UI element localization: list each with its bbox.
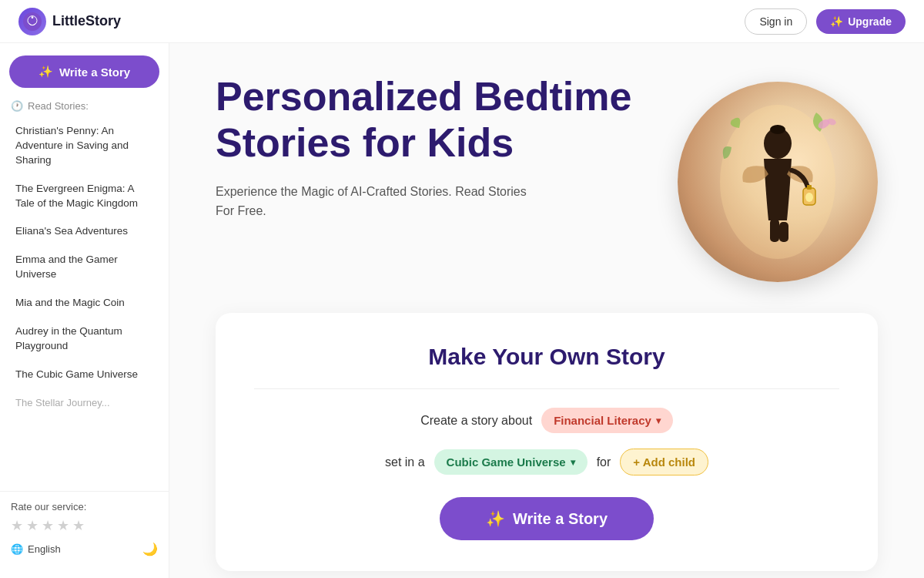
hero-image (678, 82, 878, 282)
hero-section: Personalized Bedtime Stories for Kids Ex… (216, 74, 878, 282)
logo[interactable]: LittleStory (18, 8, 121, 35)
chevron-down-icon: ▾ (656, 415, 661, 426)
hero-subtitle: Experience the Magic of AI-Crafted Stori… (216, 182, 539, 221)
svg-point-0 (23, 12, 42, 31)
for-label: for (597, 455, 611, 469)
hero-illustration (716, 97, 839, 267)
sparkle-icon: ✨ (830, 15, 843, 28)
svg-point-10 (805, 193, 813, 202)
language-button[interactable]: 🌐 English (11, 543, 61, 555)
svg-point-5 (770, 125, 785, 134)
theme-toggle-icon[interactable]: 🌙 (142, 542, 158, 556)
sidebar-footer: Rate our service: ★ ★ ★ ★ ★ 🌐 English 🌙 (0, 491, 169, 566)
star-2[interactable]: ★ (26, 517, 38, 534)
svg-rect-7 (779, 222, 788, 242)
list-item[interactable]: Eliana's Sea Adventures (5, 218, 164, 245)
sidebar-write-story-button[interactable]: ✨ Write a Story (9, 55, 159, 88)
header: LittleStory Sign in ✨ Upgrade (0, 0, 924, 43)
story-list: Christian's Penny: An Adventure in Savin… (0, 118, 169, 491)
svg-point-2 (32, 16, 34, 18)
logo-text: LittleStory (52, 13, 121, 29)
set-prefix: set in a (385, 455, 425, 469)
story-creation-card: Make Your Own Story Create a story about… (216, 313, 878, 571)
svg-rect-9 (807, 185, 812, 190)
list-item[interactable]: Mia and the Magic Coin (5, 290, 164, 317)
list-item[interactable]: The Evergreen Enigma: A Tale of the Magi… (5, 176, 164, 217)
hero-text: Personalized Bedtime Stories for Kids Ex… (216, 74, 647, 221)
create-row: Create a story about Financial Literacy … (254, 408, 839, 433)
hero-title: Personalized Bedtime Stories for Kids (216, 74, 647, 166)
list-item[interactable]: Emma and the Gamer Universe (5, 247, 164, 288)
set-row: set in a Cubic Game Universe ▾ for + Add… (254, 449, 839, 476)
read-stories-label: 🕐 Read Stories: (0, 100, 169, 118)
add-child-pill[interactable]: + Add child (620, 449, 708, 476)
list-item[interactable]: Audrey in the Quantum Playground (5, 318, 164, 360)
svg-rect-6 (770, 219, 779, 242)
globe-icon: 🌐 (11, 543, 23, 555)
sparkle-icon: ✨ (486, 509, 505, 528)
layout: ✨ Write a Story 🕐 Read Stories: Christia… (0, 43, 924, 578)
list-item[interactable]: The Cubic Game Universe (5, 361, 164, 388)
star-4[interactable]: ★ (57, 517, 69, 534)
write-story-button[interactable]: ✨ Write a Story (440, 497, 654, 540)
main-content: Personalized Bedtime Stories for Kids Ex… (169, 43, 924, 578)
star-1[interactable]: ★ (11, 517, 23, 534)
universe-pill[interactable]: Cubic Game Universe ▾ (434, 449, 588, 475)
header-actions: Sign in ✨ Upgrade (745, 8, 906, 35)
star-rating[interactable]: ★ ★ ★ ★ ★ (11, 517, 158, 534)
rate-label: Rate our service: (11, 501, 158, 512)
chevron-down-icon: ▾ (571, 457, 575, 468)
card-title: Make Your Own Story (254, 344, 839, 370)
list-item[interactable]: The Stellar Journey... (5, 390, 164, 416)
topic-pill[interactable]: Financial Literacy ▾ (541, 408, 673, 433)
sidebar: ✨ Write a Story 🕐 Read Stories: Christia… (0, 43, 169, 578)
sign-in-button[interactable]: Sign in (745, 8, 807, 35)
sparkle-icon: ✨ (38, 65, 53, 79)
star-3[interactable]: ★ (42, 517, 54, 534)
logo-icon (18, 8, 46, 35)
lang-row: 🌐 English 🌙 (11, 542, 158, 556)
list-item[interactable]: Christian's Penny: An Adventure in Savin… (5, 118, 164, 174)
create-prefix: Create a story about (420, 414, 532, 428)
clock-icon: 🕐 (11, 100, 23, 112)
star-5[interactable]: ★ (72, 517, 85, 534)
divider (254, 388, 839, 389)
upgrade-button[interactable]: ✨ Upgrade (816, 9, 906, 34)
